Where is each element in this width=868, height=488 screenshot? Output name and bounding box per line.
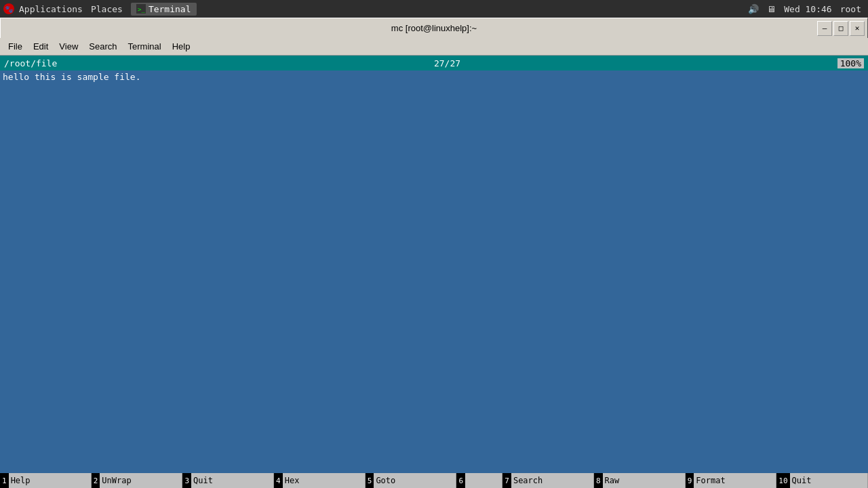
func-key-4-label: Hex xyxy=(283,476,302,485)
volume-icon: 🔊 xyxy=(748,4,759,14)
func-key-7-label: Search xyxy=(511,476,545,485)
function-key-bar: 1Help2UnWrap3Quit4Hex5Goto67Search8Raw9F… xyxy=(0,473,868,488)
func-key-10[interactable]: 10Quit xyxy=(776,473,868,488)
func-key-6[interactable]: 6 xyxy=(456,473,502,488)
func-key-2-label: UnWrap xyxy=(100,476,133,485)
percent-label: 100% xyxy=(837,58,864,68)
func-key-1[interactable]: 1Help xyxy=(0,473,92,488)
func-key-4-number: 4 xyxy=(274,473,283,488)
position-counter: 27/27 xyxy=(434,58,460,68)
func-key-5[interactable]: 5Goto xyxy=(366,473,457,488)
maximize-button[interactable]: □ xyxy=(833,21,848,36)
user-label: root xyxy=(840,4,861,14)
func-key-4[interactable]: 4Hex xyxy=(274,473,366,488)
func-key-5-number: 5 xyxy=(366,473,374,488)
func-key-7[interactable]: 7Search xyxy=(502,473,594,488)
content-line-1: hello this is sample file. xyxy=(3,72,865,82)
func-key-6-number: 6 xyxy=(456,473,465,488)
terminal-icon: >_ xyxy=(136,4,146,14)
func-key-10-number: 10 xyxy=(776,473,789,488)
places-label[interactable]: Places xyxy=(91,4,123,14)
menu-search[interactable]: Search xyxy=(83,40,122,53)
func-key-2-number: 2 xyxy=(92,473,100,488)
file-path: /root/file xyxy=(4,58,57,68)
func-key-7-number: 7 xyxy=(502,473,511,488)
terminal-tab[interactable]: >_ Terminal xyxy=(131,3,197,16)
func-key-10-label: Quit xyxy=(790,476,814,485)
menu-bar: File Edit View Search Terminal Help xyxy=(0,38,868,56)
func-key-1-number: 1 xyxy=(0,473,9,488)
title-bar: mc [root@linuxhelp]:~ — □ ✕ xyxy=(0,18,868,38)
info-bar: /root/file 27/27 100% xyxy=(0,56,868,70)
func-key-5-label: Goto xyxy=(374,476,397,485)
system-bar: 🐾 Applications Places >_ Terminal 🔊 🖥 We… xyxy=(0,0,868,18)
menu-file[interactable]: File xyxy=(3,40,28,53)
time-label: Wed 10:46 xyxy=(784,4,831,14)
menu-terminal[interactable]: Terminal xyxy=(123,40,167,53)
viewer: /root/file 27/27 100% hello this is samp… xyxy=(0,56,868,473)
gnome-icon: 🐾 xyxy=(3,3,15,15)
menu-edit[interactable]: Edit xyxy=(28,40,54,53)
func-key-3-number: 3 xyxy=(182,473,191,488)
minimize-button[interactable]: — xyxy=(817,21,832,36)
func-key-2[interactable]: 2UnWrap xyxy=(92,473,183,488)
window-title: mc [root@linuxhelp]:~ xyxy=(391,23,477,33)
applications-label[interactable]: Applications xyxy=(19,4,83,14)
func-key-3-label: Quit xyxy=(191,476,215,485)
close-button[interactable]: ✕ xyxy=(850,21,865,36)
func-key-9-label: Format xyxy=(694,476,727,485)
main-window: mc [root@linuxhelp]:~ — □ ✕ File Edit Vi… xyxy=(0,18,868,488)
terminal-tab-label: Terminal xyxy=(149,4,191,14)
func-key-9-number: 9 xyxy=(686,473,694,488)
func-key-1-label: Help xyxy=(9,476,33,485)
text-content: hello this is sample file. xyxy=(0,70,868,473)
window-controls: — □ ✕ xyxy=(817,21,865,36)
svg-text:>_: >_ xyxy=(138,6,145,13)
func-key-9[interactable]: 9Format xyxy=(686,473,777,488)
func-key-8-label: Raw xyxy=(603,476,622,485)
func-key-8-number: 8 xyxy=(594,473,603,488)
func-key-8[interactable]: 8Raw xyxy=(594,473,686,488)
menu-view[interactable]: View xyxy=(54,40,83,53)
network-icon: 🖥 xyxy=(767,4,776,14)
func-key-3[interactable]: 3Quit xyxy=(182,473,274,488)
svg-text:🐾: 🐾 xyxy=(5,5,14,14)
menu-help[interactable]: Help xyxy=(167,40,196,53)
